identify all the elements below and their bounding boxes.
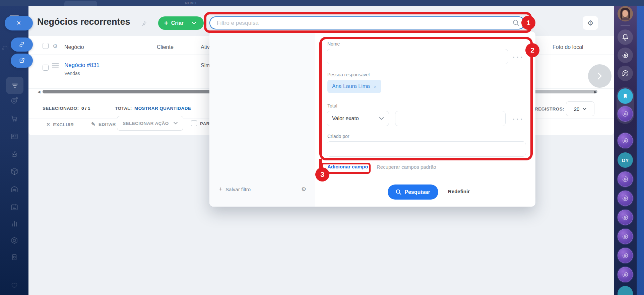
column-header-negocio[interactable]: Negócio [64,44,84,50]
deal-link[interactable]: Negócio #831 [64,62,100,69]
reset-button[interactable]: Redefinir [448,189,470,194]
sidebar-item-more[interactable] [10,281,19,290]
column-header-cliente[interactable]: Cliente [157,44,174,50]
select-action-dropdown[interactable]: SELECIONAR AÇÃO [117,116,183,131]
row-checkbox[interactable] [43,65,49,71]
pin-icon[interactable] [141,20,147,26]
sidebar-item-settings[interactable] [10,236,19,245]
registros-label: REGISTROS: [535,106,564,112]
total-operator-select[interactable]: Valor exato [327,111,389,126]
selected-value: 0 / 1 [81,106,90,111]
filter-panel: + Salvar filtro ⚙ Nome • • • Pessoa resp… [209,31,535,207]
settings-gear-button[interactable]: ⚙ [583,16,598,30]
sidebar-item-reports[interactable] [10,219,19,228]
copilot-chat-button[interactable] [618,171,633,187]
scroll-left-icon[interactable]: ◀ [38,90,40,94]
column-header-atividade[interactable]: Ativ [201,44,210,50]
responsavel-label: Pessoa responsável [327,72,370,77]
total-label: TOTAL: [115,106,132,111]
swirl-icon [621,51,629,59]
page-title: Negócios recorrentes [37,17,130,27]
x-icon: × [47,121,50,128]
chat-avatar[interactable] [618,286,633,295]
chevron-down-icon [379,117,384,120]
copilot-chat-button[interactable] [618,133,633,148]
chevron-down-icon [583,108,586,110]
headset-icon [1,44,9,52]
total-value-input[interactable] [395,111,506,126]
nome-options-icon[interactable]: • • • [513,55,523,60]
messenger-button[interactable] [618,66,633,81]
responsavel-tag[interactable]: Ana Laura Lima × [327,80,381,93]
copilot-chat-button[interactable] [618,267,633,282]
dy-chat-avatar[interactable]: DY [618,152,633,168]
copilot-chat-button[interactable] [618,248,633,263]
deal-atividade-value: Sim [201,63,210,69]
gear-icon: ⚙ [587,19,594,27]
show-count-link[interactable]: MOSTRAR QUANTIDADE [134,106,191,111]
novo-badge: NOVO [185,1,196,5]
registros-select[interactable]: 20 [566,101,594,116]
search-submit-button[interactable]: Pesquisar [388,185,438,200]
top-bar: NOVO [0,0,644,6]
app-window: NOVO [0,0,644,295]
criado-input[interactable] [327,141,526,157]
swirl-icon [621,137,629,145]
edit-button[interactable]: ✎ EDITAR [91,121,116,127]
user-avatar[interactable] [618,6,633,21]
bell-icon [621,33,629,41]
sidebar-item-cart[interactable] [10,114,19,123]
create-button[interactable]: + Criar [158,16,204,30]
copilot-chat-button[interactable] [618,210,633,225]
sidebar-item-robot[interactable] [10,150,19,158]
swirl-icon [621,232,629,240]
close-slider-button[interactable]: × [5,16,33,30]
notifications-button[interactable] [618,29,633,45]
delete-button[interactable]: × EXCLUIR [47,121,74,128]
column-header-foto[interactable]: Foto do local [553,44,583,50]
drag-handle-icon[interactable] [52,63,59,68]
sidebar-item-crm-active[interactable] [6,77,23,94]
filter-settings-gear-icon[interactable]: ⚙ [301,186,306,193]
copilot-chat-button[interactable] [618,229,633,244]
chat-arrows-icon [621,69,629,77]
sidebar-item-device[interactable] [10,253,19,262]
restore-fields-link[interactable]: Recuperar campos padrão [377,164,436,170]
sidebar-item-schedule[interactable] [10,203,19,211]
total-label: Total [327,103,337,108]
nome-input[interactable] [327,49,508,64]
open-new-tab-button[interactable] [11,54,33,68]
filter-search-input[interactable] [209,16,525,29]
swirl-icon [621,194,629,202]
copy-link-button[interactable] [11,38,33,52]
chevron-down-icon [174,122,178,125]
copilot-chat-button[interactable] [618,191,633,206]
tag-close-icon[interactable]: × [374,84,377,89]
para-todos-checkbox[interactable] [191,120,197,126]
columns-gear-icon[interactable]: ⚙ [53,43,58,50]
copilot-button[interactable] [618,48,633,63]
link-icon [18,41,25,48]
strip-divider [621,25,630,26]
chevron-down-icon[interactable] [192,22,196,24]
total-options-icon[interactable]: • • • [513,117,523,122]
annotation-circle-3: 3 [315,167,329,181]
search-icon [396,189,401,195]
save-filter-button[interactable]: + Salvar filtro [219,186,251,193]
scroll-right-icon[interactable]: ▶ [594,90,597,94]
nome-label: Nome [327,41,340,47]
add-field-link[interactable]: Adicionar campo [327,164,368,169]
plus-icon: + [219,186,222,193]
select-all-checkbox[interactable] [43,43,49,49]
copilot-chat-button[interactable] [618,106,633,122]
chat-group [617,87,634,124]
bookmark-chat-button[interactable] [618,88,633,104]
funnel-icon [11,81,19,89]
sidebar-item-target[interactable] [10,96,19,105]
sidebar-item-warehouse[interactable] [10,185,19,194]
swirl-icon [621,110,629,118]
sidebar-item-products[interactable] [10,167,19,176]
right-messenger-strip: DY [614,0,637,295]
columns-next-arrow-button[interactable] [588,64,611,88]
sidebar-item-contacts[interactable] [10,132,19,141]
